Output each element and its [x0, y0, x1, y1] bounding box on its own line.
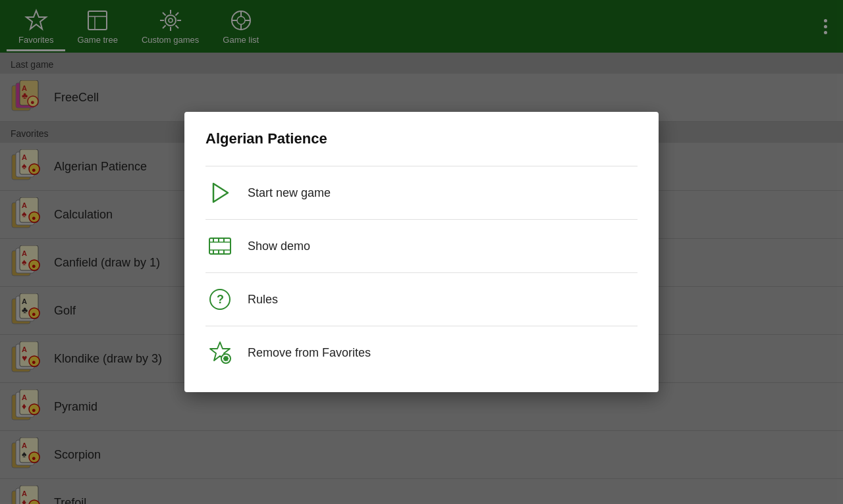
start-new-game-label: Start new game [248, 186, 331, 200]
remove-favorites-item[interactable]: Remove from Favorites [205, 326, 638, 379]
svg-marker-83 [213, 184, 228, 202]
star-remove-icon [205, 338, 234, 367]
show-demo-item[interactable]: Show demo [205, 219, 638, 272]
dialog-title: Algerian Patience [205, 130, 638, 153]
film-icon [205, 232, 234, 261]
rules-label: Rules [248, 293, 278, 307]
svg-rect-84 [209, 238, 231, 254]
dialog-overlay[interactable]: Algerian Patience Start new game [0, 0, 843, 504]
show-demo-label: Show demo [248, 239, 310, 253]
game-options-dialog: Algerian Patience Start new game [184, 112, 659, 392]
rules-item[interactable]: ? Rules [205, 272, 638, 326]
svg-text:?: ? [217, 293, 224, 306]
question-icon: ? [205, 285, 234, 314]
play-icon [205, 178, 234, 207]
remove-favorites-label: Remove from Favorites [248, 346, 371, 360]
start-new-game-item[interactable]: Start new game [205, 166, 638, 219]
